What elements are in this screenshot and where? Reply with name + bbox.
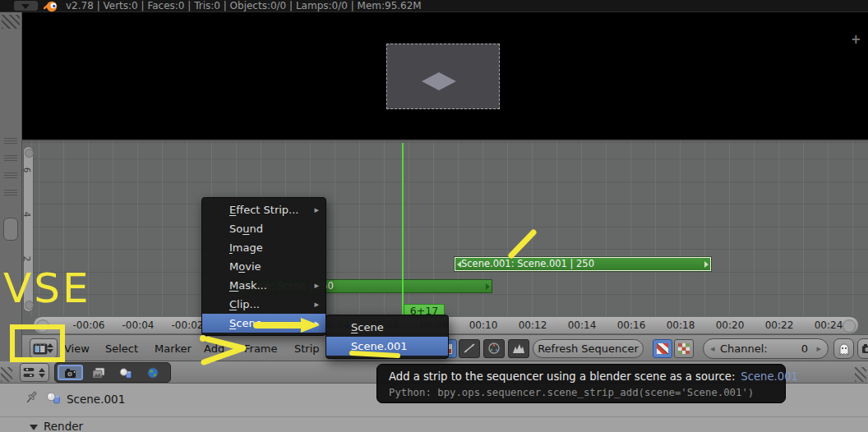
submenu-arrow-icon: ▸ [314, 295, 319, 314]
tab-scene[interactable] [113, 365, 138, 380]
ruler-tick: 00:22 [765, 319, 794, 331]
checker-background-toggle-button[interactable] [674, 339, 694, 358]
proxy-ghost-button[interactable] [833, 338, 854, 359]
panel-grip-icon[interactable] [4, 172, 17, 179]
checkerboard-icon [677, 342, 690, 355]
menu-item-label: Sound [229, 223, 263, 235]
menu-item-label: Effect Strip... [229, 204, 299, 216]
submenu-arrow-icon: ▸ [314, 200, 319, 219]
panel-grip-icon[interactable] [4, 155, 17, 162]
overlay-toggle-button[interactable] [653, 339, 672, 358]
menu-add[interactable]: Add [204, 342, 224, 355]
decrement-arrow-icon[interactable]: ◂ [710, 343, 715, 354]
refresh-sequencer-button[interactable]: Refresh Sequencer [533, 339, 644, 358]
menu-item-label: Movie [229, 260, 261, 273]
camera-pixels-icon [861, 342, 868, 355]
channel-field-value: 0 [801, 342, 808, 355]
viewport-3d[interactable]: + [22, 12, 868, 140]
menu-item-label: Image [229, 241, 263, 254]
submenu-arrow-icon: ▸ [314, 314, 319, 333]
tooltip-value: Scene.001 [741, 370, 798, 383]
panel-grip-icon[interactable] [4, 138, 17, 145]
channel-label: 6 [22, 168, 32, 173]
properties-icon [23, 367, 38, 379]
display-mode-vectorscope-button[interactable] [483, 339, 505, 358]
panel-title: Render [44, 420, 83, 432]
panel-grip-icon[interactable] [4, 190, 17, 196]
ruler-tick: -00:02 [172, 319, 204, 331]
up-down-arrows-icon [39, 368, 45, 378]
corner-grip-icon[interactable] [855, 367, 866, 382]
histogram-icon [512, 342, 525, 354]
add-menu: Effect Strip...▸SoundImageMovieMask...▸C… [201, 197, 326, 336]
layers-icon [92, 367, 105, 379]
strip-right-handle[interactable] [704, 261, 709, 268]
menu-item-label: Scene.001 [351, 340, 408, 352]
ruler-tick: 00:18 [667, 319, 695, 331]
scene-statistics: v2.78 | Verts:0 | Faces:0 | Tris:0 | Obj… [66, 0, 422, 11]
display-mode-histogram-button[interactable] [508, 339, 529, 358]
channel-number-field[interactable]: ◂ Channel: 0 ▸ [703, 338, 829, 359]
vse-annotation-label: VSE [3, 268, 91, 309]
scene-icon [119, 367, 132, 379]
menu-item-effect-strip[interactable]: Effect Strip...▸ [202, 200, 326, 219]
editor-type-button-properties[interactable] [20, 363, 49, 382]
submenu-item-scene-001[interactable]: Scene.001 [326, 337, 448, 356]
scene-submenu: SceneScene.001 [326, 315, 449, 359]
breadcrumb: Scene.001 [67, 393, 125, 406]
menu-strip[interactable]: Strip [294, 342, 320, 355]
tooltip: Add a strip to the sequencer using a ble… [376, 364, 786, 403]
menu-marker[interactable]: Marker [155, 342, 192, 355]
strip-label: Scene.001: Scene.001 | 250 [461, 258, 594, 269]
tooltip-python: Python: bpy.ops.sequencer.scene_strip_ad… [389, 387, 754, 398]
ruler-tick: 00:10 [469, 319, 498, 331]
corner-grip-icon[interactable] [1, 367, 12, 382]
menu-item-mask[interactable]: Mask...▸ [202, 276, 326, 295]
menu-frame[interactable]: Frame [244, 342, 278, 355]
strip-right-handle[interactable] [486, 283, 490, 290]
copy-image-button[interactable] [857, 338, 868, 359]
info-header: v2.78 | Verts:0 | Faces:0 | Tris:0 | Obj… [0, 0, 868, 12]
increment-arrow-icon[interactable]: ▸ [816, 343, 821, 354]
tab-world[interactable] [140, 365, 165, 380]
menu-item-clip[interactable]: Clip...▸ [202, 295, 326, 314]
ruler-tick: 00:20 [716, 319, 745, 331]
plane-object[interactable] [422, 72, 456, 90]
menu-item-label: Scene [351, 321, 384, 333]
menu-item-scene[interactable]: Scene...▸ [202, 314, 326, 333]
submenu-item-scene[interactable]: Scene [326, 318, 448, 337]
corner-grip-icon[interactable] [2, 15, 20, 29]
channel-label: 4 [22, 212, 32, 218]
display-mode-waveform-button[interactable] [459, 339, 480, 358]
submenu-arrow-icon: ▸ [314, 276, 319, 295]
tab-render[interactable] [58, 365, 83, 380]
channel-label: 2 [22, 256, 32, 262]
ruler-tick: 00:16 [617, 319, 646, 331]
collapsed-panel-tab[interactable] [3, 218, 18, 241]
sequencer-timeline[interactable]: 642 Scene: Scene | 250 Scene.001: Scene.… [22, 140, 868, 316]
menu-select[interactable]: Select [105, 342, 138, 355]
world-globe-icon [146, 367, 159, 379]
menu-item-label: Scene... [229, 317, 272, 329]
channel-field-label: Channel: [720, 342, 768, 355]
properties-tabs [54, 362, 171, 383]
camera-preview-frame [386, 44, 500, 109]
menu-item-sound[interactable]: Sound [202, 219, 326, 238]
ruler-tick: 00:12 [519, 319, 547, 331]
collapse-triangle-icon [30, 425, 38, 430]
menu-item-movie[interactable]: Movie [202, 257, 326, 276]
luma-waveform-icon [463, 342, 476, 354]
render-panel-header[interactable]: Render [30, 420, 83, 432]
menu-item-image[interactable]: Image [202, 238, 326, 257]
editor-button-highlight-annotation [10, 324, 65, 362]
strip-scene-001[interactable]: Scene.001: Scene.001 | 250 [455, 257, 711, 271]
editor-type-dropdown-button[interactable] [14, 1, 38, 11]
playhead[interactable] [402, 143, 404, 318]
tab-render-layers[interactable] [85, 365, 111, 380]
scene-icon [46, 391, 61, 404]
pin-icon[interactable] [23, 389, 39, 406]
ruler-tick: -00:06 [73, 319, 105, 331]
strip-left-handle[interactable] [457, 261, 461, 268]
menu-view[interactable]: View [64, 342, 90, 355]
expand-region-plus-icon[interactable]: + [851, 32, 861, 47]
